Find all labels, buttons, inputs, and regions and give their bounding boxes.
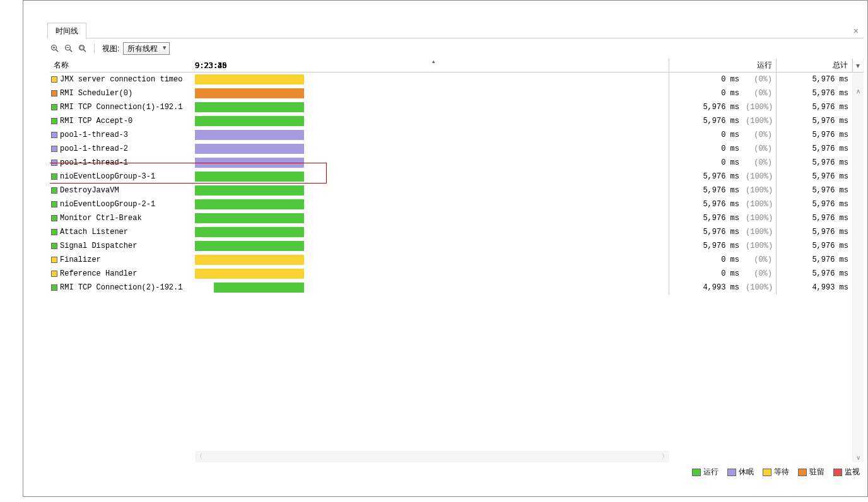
thread-name-cell: RMI TCP Connection(2)-192.1 xyxy=(50,281,195,295)
runtime-pct: (100%) xyxy=(746,283,772,292)
legend-park-label: 驻留 xyxy=(809,467,824,477)
table-row[interactable]: nioEventLoopGroup-3-15,976 ms(100%)5,976… xyxy=(50,170,864,184)
thread-timeline-cell xyxy=(195,253,669,267)
thread-bar xyxy=(195,144,304,154)
table-row[interactable]: JMX server connection timeo0 ms(0%)5,976… xyxy=(50,73,864,86)
runtime-pct: (100%) xyxy=(746,117,772,126)
legend-monitor-icon xyxy=(833,469,842,476)
table-row[interactable]: Reference Handler0 ms(0%)5,976 ms xyxy=(50,267,864,281)
table-row[interactable]: RMI Scheduler(0)0 ms(0%)5,976 ms xyxy=(50,86,864,100)
thread-state-icon xyxy=(51,284,57,291)
thread-timeline-cell xyxy=(195,281,669,295)
thread-name-label: RMI TCP Accept-0 xyxy=(60,117,132,126)
thread-name-cell: Attach Listener xyxy=(50,225,195,239)
thread-name-cell: Finalizer xyxy=(50,253,195,267)
legend-park-icon xyxy=(798,469,807,476)
table-row[interactable]: Attach Listener5,976 ms(100%)5,976 ms xyxy=(50,225,864,239)
table-row[interactable]: RMI TCP Connection(1)-192.15,976 ms(100%… xyxy=(50,100,864,114)
scroll-down-icon[interactable]: ∨ xyxy=(856,454,860,461)
thread-name-cell: RMI TCP Accept-0 xyxy=(50,114,195,128)
thread-runtime-cell: 0 ms(0%) xyxy=(669,267,777,281)
thread-name-cell: JMX server connection timeo xyxy=(50,73,195,86)
column-menu-icon[interactable]: ▾ xyxy=(852,59,864,72)
thread-state-icon xyxy=(51,160,57,166)
table-row[interactable]: nioEventLoopGroup-2-15,976 ms(100%)5,976… xyxy=(50,197,864,211)
svg-line-8 xyxy=(84,50,86,52)
runtime-value: 5,976 ms xyxy=(703,172,739,181)
thread-total-cell: 5,976 ms xyxy=(777,114,852,128)
legend-monitor: 监视 xyxy=(833,467,860,477)
scroll-left-icon[interactable]: 〈 xyxy=(196,452,202,461)
column-runtime[interactable]: 运行 xyxy=(669,59,777,72)
table-row[interactable]: pool-1-thread-20 ms(0%)5,976 ms xyxy=(50,142,864,156)
thread-state-icon xyxy=(51,201,57,207)
close-icon[interactable]: × xyxy=(853,26,859,36)
thread-timeline-cell xyxy=(195,142,669,156)
thread-name-label: pool-1-thread-3 xyxy=(60,131,128,139)
scroll-up-icon[interactable]: ∧ xyxy=(856,88,860,95)
thread-timeline-cell xyxy=(195,267,669,281)
thread-timeline-cell xyxy=(195,100,669,114)
tab-timeline[interactable]: 时间线 xyxy=(47,23,86,39)
runtime-pct: (0%) xyxy=(746,89,772,98)
thread-total-cell: 5,976 ms xyxy=(777,211,852,225)
table-row[interactable]: Finalizer0 ms(0%)5,976 ms xyxy=(50,253,864,267)
runtime-value: 4,993 ms xyxy=(703,283,739,292)
table-row[interactable]: Signal Dispatcher5,976 ms(100%)5,976 ms xyxy=(50,239,864,253)
time-tick: 9:23:45 xyxy=(195,61,227,70)
thread-state-icon xyxy=(51,90,57,96)
runtime-value: 0 ms xyxy=(721,255,739,264)
zoom-out-icon[interactable] xyxy=(64,44,74,54)
runtime-pct: (100%) xyxy=(746,242,772,250)
thread-runtime-cell: 4,993 ms(100%) xyxy=(669,281,777,295)
thread-bar xyxy=(195,130,304,140)
zoom-in-icon[interactable] xyxy=(50,44,60,54)
thread-total-cell: 5,976 ms xyxy=(777,142,852,156)
thread-name-label: pool-1-thread-1 xyxy=(60,158,128,167)
thread-timeline-cell xyxy=(195,197,669,211)
thread-total-cell: 5,976 ms xyxy=(777,128,852,142)
thread-runtime-cell: 0 ms(0%) xyxy=(669,86,777,100)
column-total[interactable]: 总计 xyxy=(777,59,852,72)
thread-total-cell: 4,993 ms xyxy=(777,281,852,295)
zoom-fit-icon[interactable] xyxy=(78,44,88,54)
table-row[interactable]: pool-1-thread-30 ms(0%)5,976 ms xyxy=(50,128,864,142)
thread-timeline-cell xyxy=(195,184,669,197)
svg-line-1 xyxy=(56,50,59,52)
runtime-value: 0 ms xyxy=(721,144,739,153)
thread-runtime-cell: 5,976 ms(100%) xyxy=(669,211,777,225)
tab-bar: 时间线 × xyxy=(47,23,864,38)
thread-runtime-cell: 5,976 ms(100%) xyxy=(669,184,777,197)
legend-sleep-icon xyxy=(727,469,736,476)
scroll-right-icon[interactable]: 〉 xyxy=(662,452,668,461)
thread-bar xyxy=(195,116,304,126)
thread-name-cell: pool-1-thread-2 xyxy=(50,142,195,156)
thread-total-cell: 5,976 ms xyxy=(777,100,852,114)
column-timeline[interactable]: ▴ 9:23:259:23:309:23:359:23:409:23:45 xyxy=(195,59,669,72)
thread-bar xyxy=(195,172,304,182)
vertical-scrollbar[interactable]: ∧ ∨ xyxy=(852,86,864,462)
thread-runtime-cell: 0 ms(0%) xyxy=(669,156,777,170)
table-row[interactable]: pool-1-thread-10 ms(0%)5,976 ms xyxy=(50,156,864,170)
thread-bar xyxy=(195,199,304,209)
column-name[interactable]: 名称 xyxy=(50,59,195,72)
thread-runtime-cell: 5,976 ms(100%) xyxy=(669,225,777,239)
table-row[interactable]: RMI TCP Connection(2)-192.14,993 ms(100%… xyxy=(50,281,864,295)
table-row[interactable]: Monitor Ctrl-Break5,976 ms(100%)5,976 ms xyxy=(50,211,864,225)
view-select[interactable]: 所有线程 xyxy=(123,42,170,55)
horizontal-scrollbar[interactable]: 〈 〉 xyxy=(195,451,669,462)
thread-name-label: RMI Scheduler(0) xyxy=(60,89,132,98)
thread-runtime-cell: 0 ms(0%) xyxy=(669,128,777,142)
thread-timeline-cell xyxy=(195,128,669,142)
table-row[interactable]: RMI TCP Accept-05,976 ms(100%)5,976 ms xyxy=(50,114,864,128)
runtime-value: 0 ms xyxy=(721,75,739,84)
runtime-value: 5,976 ms xyxy=(703,228,739,236)
runtime-value: 0 ms xyxy=(721,89,739,98)
legend-monitor-label: 监视 xyxy=(845,467,860,477)
thread-name-label: Finalizer xyxy=(60,255,101,264)
table-row[interactable]: DestroyJavaVM5,976 ms(100%)5,976 ms xyxy=(50,184,864,197)
thread-state-icon xyxy=(51,215,57,221)
column-header: 名称 ▴ 9:23:259:23:309:23:359:23:409:23:45… xyxy=(50,59,864,73)
thread-state-icon xyxy=(51,257,57,263)
runtime-value: 0 ms xyxy=(721,269,739,278)
